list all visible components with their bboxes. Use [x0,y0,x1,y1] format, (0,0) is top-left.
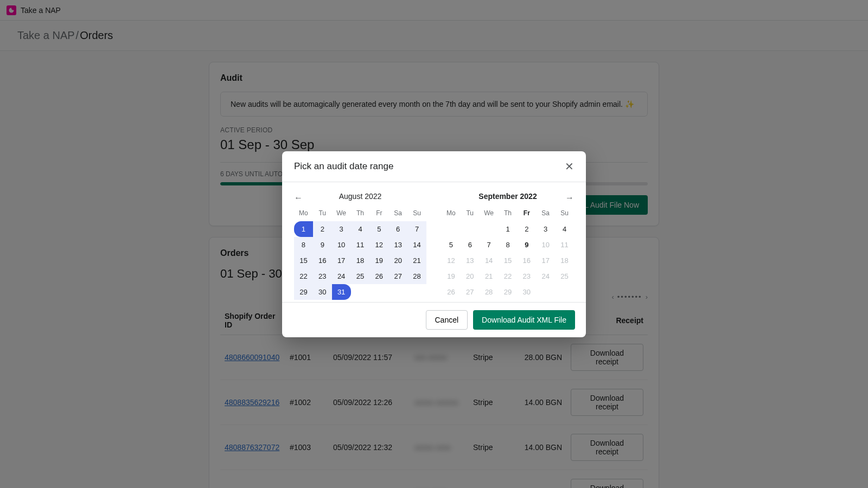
calendar-day[interactable]: 13 [388,237,407,253]
calendar-day[interactable]: 31 [332,284,351,300]
calendar-day[interactable]: 19 [369,253,388,268]
close-icon[interactable]: ✕ [565,161,574,172]
calendar-day[interactable]: 18 [351,253,370,268]
calendar-day[interactable]: 26 [369,268,388,284]
calendar-day[interactable]: 16 [517,253,536,268]
calendar-day[interactable]: 29 [499,284,518,300]
dow-label: Su [555,207,574,221]
dow-label: Th [499,207,518,221]
modal-title: Pick an audit date range [294,161,393,172]
calendar-day[interactable]: 21 [407,253,426,268]
calendar-day[interactable]: 28 [407,268,426,284]
calendar-day[interactable]: 2 [517,221,536,237]
prev-month-icon[interactable]: ← [292,192,305,204]
day-empty [461,221,480,237]
calendar-day[interactable]: 23 [517,268,536,284]
calendar-day[interactable]: 12 [369,237,388,253]
modal-overlay[interactable]: Pick an audit date range ✕ ← → August 20… [0,0,868,488]
calendar-day[interactable]: 26 [442,284,461,300]
calendar-day[interactable]: 11 [351,237,370,253]
day-empty [480,221,499,237]
calendar-day[interactable]: 27 [461,284,480,300]
calendar-day[interactable]: 30 [517,284,536,300]
calendar-day[interactable]: 18 [555,253,574,268]
calendar-day[interactable]: 16 [313,253,332,268]
calendar-day[interactable]: 3 [536,221,555,237]
calendar-day[interactable]: 10 [332,237,351,253]
calendar-day[interactable]: 17 [332,253,351,268]
calendar-day[interactable]: 5 [369,221,388,237]
calendar-day[interactable]: 17 [536,253,555,268]
calendar-day[interactable]: 25 [555,268,574,284]
calendar-day[interactable]: 29 [294,284,313,300]
dow-label: Tu [461,207,480,221]
calendar-day[interactable]: 6 [388,221,407,237]
day-empty [442,221,461,237]
dow-label: Fr [517,207,536,221]
calendar-day[interactable]: 14 [480,253,499,268]
dow-label: Sa [536,207,555,221]
dow-label: Fr [369,207,388,221]
calendar-day[interactable]: 6 [461,237,480,253]
calendar-day[interactable]: 1 [294,221,313,237]
calendar-day[interactable]: 28 [480,284,499,300]
calendar-day[interactable]: 8 [294,237,313,253]
calendar-day[interactable]: 14 [407,237,426,253]
calendar-day[interactable]: 24 [536,268,555,284]
calendar-day[interactable]: 12 [442,253,461,268]
dow-label: Su [407,207,426,221]
calendar-day[interactable]: 22 [294,268,313,284]
calendar-day[interactable]: 15 [294,253,313,268]
calendar-day[interactable]: 11 [555,237,574,253]
dow-label: Mo [442,207,461,221]
calendar-day[interactable]: 2 [313,221,332,237]
calendar-day[interactable]: 22 [499,268,518,284]
calendar-day[interactable]: 21 [480,268,499,284]
calendar-left: August 2022 MoTuWeThFrSaSu12345678910111… [294,192,426,300]
next-month-icon[interactable]: → [563,192,576,204]
calendar-day[interactable]: 24 [332,268,351,284]
calendar-day[interactable]: 9 [517,237,536,253]
calendar-day[interactable]: 4 [555,221,574,237]
dow-label: Sa [388,207,407,221]
calendar-day[interactable]: 10 [536,237,555,253]
calendar-day[interactable]: 3 [332,221,351,237]
calendar-right: September 2022 MoTuWeThFrSaSu12345678910… [442,192,574,300]
calendar-day[interactable]: 20 [388,253,407,268]
calendar-day[interactable]: 5 [442,237,461,253]
month-label-right: September 2022 [442,192,574,201]
dow-label: We [480,207,499,221]
calendar-day[interactable]: 19 [442,268,461,284]
calendar-day[interactable]: 25 [351,268,370,284]
calendar-day[interactable]: 8 [499,237,518,253]
dow-label: Mo [294,207,313,221]
download-audit-button[interactable]: Download Audit XML File [473,310,575,330]
calendar-day[interactable]: 7 [480,237,499,253]
calendar-day[interactable]: 27 [388,268,407,284]
calendar-day[interactable]: 15 [499,253,518,268]
dow-label: We [332,207,351,221]
calendar-day[interactable]: 9 [313,237,332,253]
dow-label: Tu [313,207,332,221]
calendar-day[interactable]: 23 [313,268,332,284]
month-label-left: August 2022 [294,192,426,201]
calendar-day[interactable]: 30 [313,284,332,300]
calendar-day[interactable]: 1 [499,221,518,237]
calendar-day[interactable]: 7 [407,221,426,237]
date-range-modal: Pick an audit date range ✕ ← → August 20… [282,151,586,337]
dow-label: Th [351,207,370,221]
calendar-day[interactable]: 20 [461,268,480,284]
calendar-day[interactable]: 4 [351,221,370,237]
calendar-day[interactable]: 13 [461,253,480,268]
cancel-button[interactable]: Cancel [426,310,468,330]
